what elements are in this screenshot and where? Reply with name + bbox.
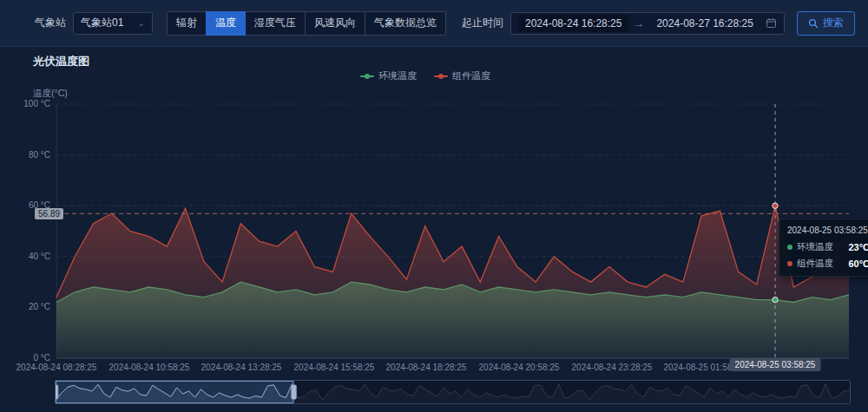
- tab-temperature[interactable]: 温度: [206, 11, 246, 36]
- chart-title: 光伏温度图: [33, 54, 89, 69]
- zoom-shadow-region: [294, 381, 851, 403]
- station-select-value: 气象站01: [81, 16, 123, 30]
- range-arrow-icon: →: [634, 17, 644, 29]
- legend-label: 组件温度: [452, 69, 490, 82]
- tooltip-series-name: 组件温度: [797, 258, 833, 270]
- legend-line-icon: [434, 75, 448, 77]
- legend-item-module-temp[interactable]: 组件温度: [434, 69, 490, 82]
- y-tick-label: 0 °C: [12, 353, 50, 363]
- tooltip-series-value: 60°C: [848, 258, 868, 269]
- zoom-handle-right[interactable]: [292, 385, 297, 400]
- ambient-temp-area: [56, 282, 849, 358]
- series-dot-icon: [787, 245, 792, 250]
- y-tick-label: 40 °C: [12, 252, 50, 261]
- station-select[interactable]: 气象站01 ⌄: [73, 12, 153, 35]
- markline-value-tag: 56.89: [35, 208, 63, 219]
- station-label: 气象站: [35, 16, 66, 30]
- weather-station-dashboard: 气象站 气象站01 ⌄ 辐射 温度 湿度气压 风速风向 气象数据总览 起止时间 …: [0, 0, 868, 412]
- datazoom-mini-chart[interactable]: [56, 381, 850, 403]
- search-icon: [808, 18, 819, 29]
- hover-point-dot: [773, 297, 778, 302]
- series-dot-icon: [787, 261, 792, 266]
- legend-line-icon: [360, 75, 374, 77]
- search-button-label: 搜索: [823, 16, 844, 30]
- module-temp-line: [56, 206, 849, 298]
- y-tick-label: 20 °C: [12, 302, 50, 311]
- zoom-handle-left[interactable]: [56, 385, 58, 400]
- tooltip-series-name: 环境温度: [797, 241, 833, 253]
- date-range-picker[interactable]: 2024-08-24 16:28:25 → 2024-08-27 16:28:2…: [510, 12, 785, 35]
- temperature-chart-plot[interactable]: [0, 0, 868, 412]
- tooltip-series-value: 23°C: [848, 242, 868, 252]
- chart-legend: 环境温度 组件温度: [360, 69, 490, 82]
- tab-wind[interactable]: 风速风向: [305, 11, 365, 36]
- x-tick-label: 2024-08-24 13:28:25: [194, 363, 289, 372]
- chevron-down-icon: ⌄: [138, 19, 145, 28]
- x-tick-label: 2024-08-24 10:58:25: [102, 363, 197, 372]
- y-axis-title: 温度(°C): [33, 88, 68, 100]
- tooltip-row-module: 组件温度 60°C: [787, 258, 868, 270]
- x-tick-label: 2024-08-24 18:28:25: [378, 363, 474, 372]
- tooltip-title: 2024-08-25 03:58:25: [787, 226, 868, 235]
- start-time-field[interactable]: 2024-08-24 16:28:25: [518, 15, 628, 32]
- x-tick-label: 2024-08-24 23:28:25: [564, 363, 660, 372]
- legend-label: 环境温度: [378, 69, 417, 82]
- search-button[interactable]: 搜索: [797, 11, 855, 36]
- header-toolbar: 气象站 气象站01 ⌄ 辐射 温度 湿度气压 风速风向 气象数据总览 起止时间 …: [0, 0, 868, 47]
- tab-weather-overview[interactable]: 气象数据总览: [365, 11, 446, 36]
- datazoom-slider[interactable]: [55, 380, 851, 404]
- legend-item-ambient-temp[interactable]: 环境温度: [360, 69, 417, 82]
- x-tick-label: 2024-08-24 08:28:25: [9, 363, 104, 372]
- zoom-window[interactable]: [56, 381, 293, 402]
- ambient-temp-line: [56, 282, 849, 302]
- x-tick-label: 2024-08-24 20:58:25: [471, 363, 567, 372]
- metric-tabs: 辐射 温度 湿度气压 风速风向 气象数据总览: [167, 11, 446, 36]
- x-tick-label: 2024-08-24 15:58:25: [286, 363, 382, 372]
- end-time-field[interactable]: 2024-08-27 16:28:25: [649, 15, 760, 32]
- y-tick-label: 80 °C: [12, 150, 50, 160]
- time-range-label: 起止时间: [462, 16, 503, 30]
- module-temp-area: [56, 206, 849, 358]
- tab-humidity-pressure[interactable]: 湿度气压: [245, 11, 306, 36]
- calendar-icon: [766, 17, 777, 29]
- axis-pointer-label: 2024-08-25 03:58:25: [730, 358, 821, 371]
- chart-tooltip: 2024-08-25 03:58:25 环境温度 23°C 组件温度 60°C: [779, 219, 868, 277]
- y-tick-label: 100 °C: [12, 99, 50, 108]
- tab-radiation[interactable]: 辐射: [167, 11, 207, 36]
- tooltip-row-ambient: 环境温度 23°C: [787, 241, 868, 253]
- hover-point-dot: [773, 203, 778, 208]
